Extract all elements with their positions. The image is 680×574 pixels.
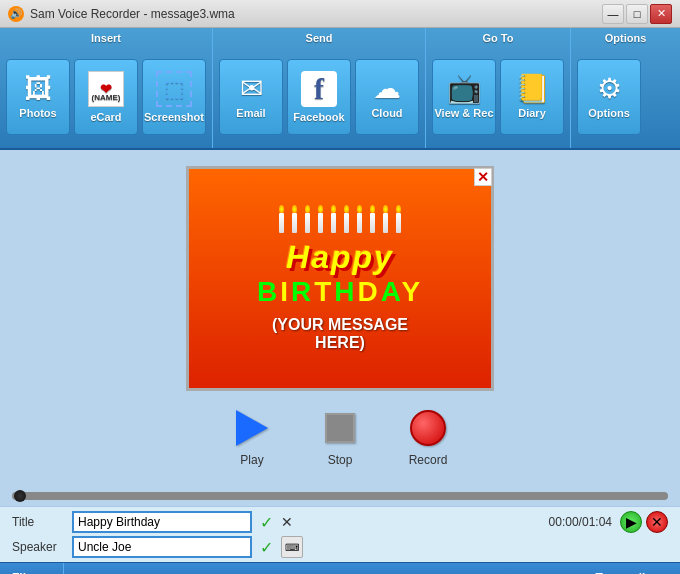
- candle: [279, 205, 284, 233]
- candle-flame: [292, 205, 297, 213]
- options-section-label: Options: [571, 28, 680, 46]
- options-label: Options: [588, 107, 630, 119]
- card-container: ✕ Happy BIRTHDAY (YOUR MESSAGE HERE): [186, 166, 494, 391]
- candle: [292, 205, 297, 233]
- toolbar-section-insert: Insert 🖼 Photos ❤ (NAME) eCard ⬚ Screens…: [0, 28, 213, 148]
- stop-square: [325, 413, 355, 443]
- title-bar: 🔊 Sam Voice Recorder - message3.wma — □ …: [0, 0, 680, 28]
- screenshot-label: Screenshot: [144, 111, 204, 123]
- send-section-label: Send: [213, 28, 425, 46]
- viewrec-icon: 📺: [447, 75, 482, 103]
- window-title: Sam Voice Recorder - message3.wma: [30, 7, 235, 21]
- facebook-label: Facebook: [293, 111, 344, 123]
- options-icon: ⚙: [597, 75, 622, 103]
- candle-flame: [318, 205, 323, 213]
- card-message: (YOUR MESSAGE HERE): [272, 316, 408, 352]
- happy-text: Happy: [286, 239, 394, 276]
- cloud-button[interactable]: ☁ Cloud: [355, 59, 419, 135]
- green-action-button[interactable]: ▶: [620, 511, 642, 533]
- record-button[interactable]: Record: [404, 407, 452, 467]
- info-bar: Title ✓ ✕ 00:00/01:04 ▶ ✕ Speaker ✓ ⌨: [0, 506, 680, 562]
- card-close-button[interactable]: ✕: [474, 168, 492, 186]
- progress-thumb[interactable]: [14, 490, 26, 502]
- toolbar-section-options: Options ⚙ Options: [571, 28, 680, 148]
- candle-body: [383, 213, 388, 233]
- title-field-label: Title: [12, 515, 64, 529]
- candle-flame: [396, 205, 401, 213]
- candle-body: [357, 213, 362, 233]
- candle-body: [331, 213, 336, 233]
- candle: [318, 205, 323, 233]
- diary-button[interactable]: 📒 Diary: [500, 59, 564, 135]
- red-action-button[interactable]: ✕: [646, 511, 668, 533]
- candle: [357, 205, 362, 233]
- goto-buttons: 📺 View & Rec 📒 Diary: [426, 46, 570, 148]
- title-confirm-icon[interactable]: ✓: [260, 513, 273, 532]
- candles-row: [279, 205, 401, 233]
- viewrec-button[interactable]: 📺 View & Rec: [432, 59, 496, 135]
- candle-flame: [383, 205, 388, 213]
- candle-body: [318, 213, 323, 233]
- progress-area: [0, 486, 680, 506]
- timestamp: 00:00/01:04: [549, 515, 612, 529]
- minimize-button[interactable]: —: [602, 4, 624, 24]
- toolbar-section-goto: Go To 📺 View & Rec 📒 Diary: [426, 28, 571, 148]
- photos-button[interactable]: 🖼 Photos: [6, 59, 70, 135]
- candle: [344, 205, 349, 233]
- play-button[interactable]: Play: [228, 407, 276, 467]
- ecard-button[interactable]: ❤ (NAME) eCard: [74, 59, 138, 135]
- speaker-field-label: Speaker: [12, 540, 64, 554]
- candle-body: [344, 213, 349, 233]
- record-label: Record: [409, 453, 448, 467]
- email-icon: ✉: [240, 75, 263, 103]
- diary-icon: 📒: [515, 75, 550, 103]
- record-icon: [404, 407, 452, 449]
- cloud-icon: ☁: [373, 75, 401, 103]
- candle: [396, 205, 401, 233]
- play-triangle: [236, 410, 268, 446]
- status-bar: Files ▼ Transcribe ▼: [0, 562, 680, 574]
- ecard-label: eCard: [90, 111, 121, 123]
- candle-body: [279, 213, 284, 233]
- goto-section-label: Go To: [426, 28, 570, 46]
- speaker-input[interactable]: [72, 536, 252, 558]
- birthday-text: BIRTHDAY: [257, 276, 423, 308]
- candle-flame: [370, 205, 375, 213]
- speaker-confirm-icon[interactable]: ✓: [260, 538, 273, 557]
- photos-label: Photos: [19, 107, 56, 119]
- transcribe-label: Transcribe: [595, 571, 656, 575]
- options-button[interactable]: ⚙ Options: [577, 59, 641, 135]
- media-controls: Play Stop Record: [228, 407, 452, 467]
- email-button[interactable]: ✉ Email: [219, 59, 283, 135]
- app-icon: 🔊: [8, 6, 24, 22]
- screenshot-button[interactable]: ⬚ Screenshot: [142, 59, 206, 135]
- transcribe-menu[interactable]: Transcribe ▼: [583, 563, 680, 574]
- cloud-label: Cloud: [371, 107, 402, 119]
- play-label: Play: [240, 453, 263, 467]
- stop-icon: [316, 407, 364, 449]
- photos-icon: 🖼: [24, 75, 52, 103]
- titlebar-left: 🔊 Sam Voice Recorder - message3.wma: [8, 6, 235, 22]
- title-cancel-icon[interactable]: ✕: [281, 514, 293, 530]
- ecard-icon: ❤ (NAME): [88, 71, 124, 107]
- facebook-button[interactable]: f Facebook: [287, 59, 351, 135]
- candle: [370, 205, 375, 233]
- candle: [331, 205, 336, 233]
- insert-buttons: 🖼 Photos ❤ (NAME) eCard ⬚ Screenshot: [0, 46, 212, 148]
- play-icon: [228, 407, 276, 449]
- keyboard-icon[interactable]: ⌨: [281, 536, 303, 558]
- candle-flame: [357, 205, 362, 213]
- candle-flame: [331, 205, 336, 213]
- insert-section-label: Insert: [0, 28, 212, 46]
- stop-button[interactable]: Stop: [316, 407, 364, 467]
- progress-track[interactable]: [12, 492, 668, 500]
- close-button[interactable]: ✕: [650, 4, 672, 24]
- maximize-button[interactable]: □: [626, 4, 648, 24]
- window-controls: — □ ✕: [602, 4, 672, 24]
- candle-body: [305, 213, 310, 233]
- candle-body: [292, 213, 297, 233]
- viewrec-label: View & Rec: [434, 107, 493, 119]
- files-menu[interactable]: Files ▼: [0, 563, 64, 574]
- diary-label: Diary: [518, 107, 546, 119]
- title-input[interactable]: [72, 511, 252, 533]
